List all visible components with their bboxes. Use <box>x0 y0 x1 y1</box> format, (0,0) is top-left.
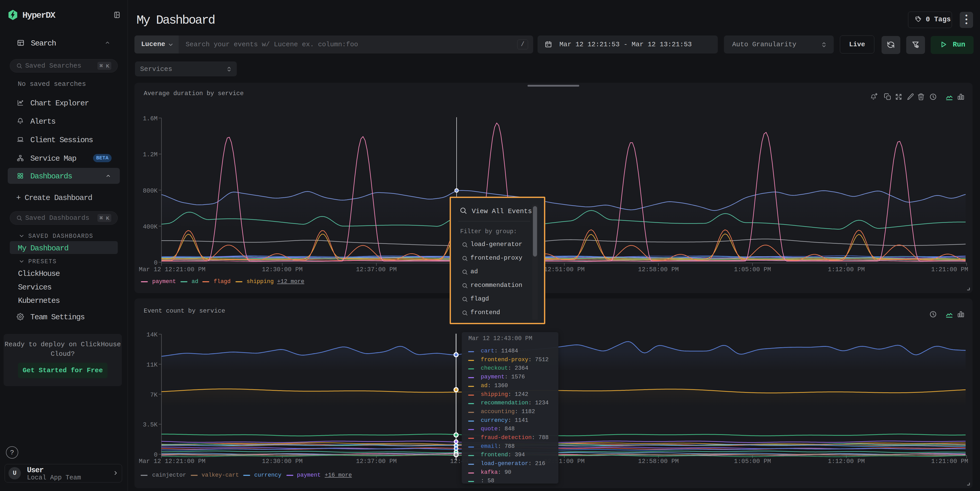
svg-text:12:58:00 PM: 12:58:00 PM <box>638 458 679 465</box>
svg-text:12:37:00 PM: 12:37:00 PM <box>356 266 397 273</box>
svg-text:1.6M: 1.6M <box>143 115 158 122</box>
svg-text:1:12:00 PM: 1:12:00 PM <box>828 458 865 465</box>
svg-text:1:21:00 PM: 1:21:00 PM <box>931 266 968 273</box>
svg-text:1.2M: 1.2M <box>143 151 158 158</box>
svg-text:14K: 14K <box>146 331 158 338</box>
svg-text:1:21:00 PM: 1:21:00 PM <box>931 458 968 465</box>
svg-text:11K: 11K <box>146 361 158 369</box>
svg-text:400K: 400K <box>143 223 158 230</box>
svg-text:1:05:00 PM: 1:05:00 PM <box>734 266 771 273</box>
svg-text:12:51:00 PM: 12:51:00 PM <box>544 266 585 273</box>
svg-text:12:30:00 PM: 12:30:00 PM <box>262 458 302 465</box>
svg-text:12:58:00 PM: 12:58:00 PM <box>638 266 679 273</box>
svg-text:12:37:00 PM: 12:37:00 PM <box>356 458 397 465</box>
svg-text:1:12:00 PM: 1:12:00 PM <box>828 266 865 273</box>
svg-text:0: 0 <box>154 259 158 266</box>
svg-text:3.5K: 3.5K <box>143 421 158 428</box>
svg-text:Mar 12 12:21:00 PM: Mar 12 12:21:00 PM <box>139 458 205 465</box>
svg-text:0: 0 <box>154 451 158 458</box>
svg-text:Mar 12 12:21:00 PM: Mar 12 12:21:00 PM <box>139 266 205 273</box>
svg-text:7K: 7K <box>150 391 158 399</box>
svg-text:800K: 800K <box>143 188 158 194</box>
svg-text:1:05:00 PM: 1:05:00 PM <box>734 458 771 465</box>
svg-text:12:30:00 PM: 12:30:00 PM <box>262 266 302 273</box>
